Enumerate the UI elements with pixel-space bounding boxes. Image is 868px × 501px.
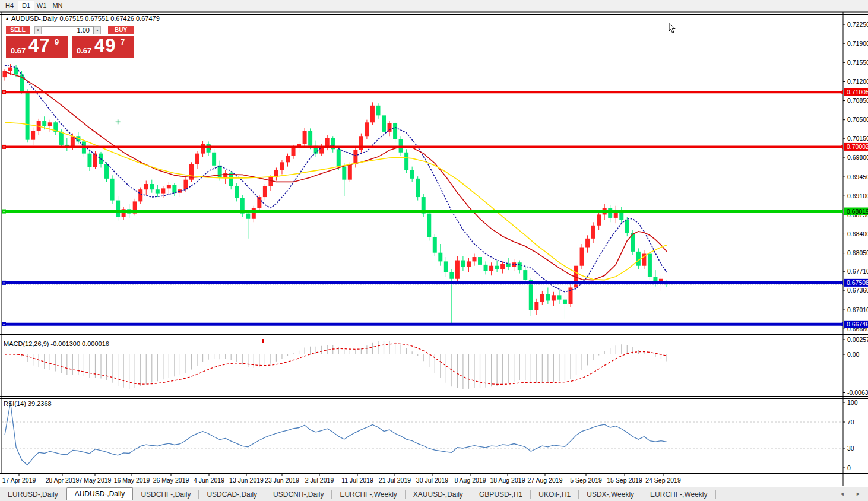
candle [189,162,194,182]
candle-body [104,164,109,179]
candle-body [433,237,437,253]
candle-body [246,214,250,219]
candle-body [167,185,171,189]
candle-body [26,91,30,140]
date-tick-label: 13 Jun 2019 [229,477,264,484]
candle-body [404,153,408,170]
chart-tab-audusd-daily[interactable]: AUDUSD-,Daily [66,487,134,500]
price-level-tag: 0.66746 [840,321,868,328]
candle-body [303,131,307,144]
chart-tab-usdchf-daily[interactable]: USDCHF-,Daily [133,490,199,499]
candle-body [161,188,165,193]
candle-body [263,186,267,197]
candle-body [608,208,612,218]
candle [240,195,245,217]
candle [416,176,420,200]
candle [569,284,573,307]
timeframe-button-mn[interactable]: MN [50,1,65,10]
price-tick-label: 0.68400 [847,230,868,237]
price-tick-label: 0.71200 [847,78,868,85]
date-tick-label: 16 May 2019 [114,477,150,484]
candle-body [156,189,160,193]
macd-tick-label: -0.006326 [847,389,868,396]
candle-body [523,270,527,280]
candle-body [438,253,442,262]
sell-price-sup: 9 [55,37,59,46]
chart-tab-eurusd-daily[interactable]: EURUSD-,Daily [0,490,66,499]
chart-tab-eurchf-weekly[interactable]: EURCHF-,Weekly [332,490,405,499]
candle [580,244,584,269]
sell-price-button[interactable]: 0.67 47 9 [6,36,68,58]
candle-body [540,294,544,302]
candle-body [218,166,222,177]
price-tick-label: 0.69450 [847,173,868,180]
timeframe-toolbar: H4D1W1MN [0,0,868,12]
level-line-handle-dot [4,282,5,283]
date-tick-label: 30 Jul 2019 [416,477,448,484]
volume-input[interactable] [42,26,94,34]
chart-tab-usdx-weekly[interactable]: USDX-,Weekly [579,490,642,499]
candle-body [444,261,448,272]
level-tag-label: 0.68819 [847,208,868,215]
date-tick-label: 27 Aug 2019 [528,477,563,484]
mouse-cursor-icon [669,23,676,34]
candle-body [48,122,52,126]
chart-symbol-label: AUDUSD-,Daily [11,15,58,22]
date-tick-label: 24 Sep 2019 [645,477,681,484]
candle-body [195,154,199,164]
candle [26,89,30,142]
price-tick-label: 0.71900 [847,40,868,47]
candle-body [280,162,284,170]
one-click-trading-panel: SELL ▼ ▲ BUY 0.67 47 9 0.67 49 7 [6,26,134,58]
candle-body [353,150,357,164]
buy-price-button[interactable]: 0.67 49 7 [72,36,134,58]
candle-body [116,201,120,217]
price-tick-label: 0.70150 [847,135,868,142]
timeframe-button-w1[interactable]: W1 [34,1,49,10]
level-line-handle-dot [4,324,5,325]
candle-body [461,261,465,267]
chart-tab-usdcnh-daily[interactable]: USDCNH-,Daily [265,490,332,499]
candle-body [484,265,488,271]
candle-body [201,144,205,154]
tabs-scroll-right-icon[interactable]: ► [856,491,866,497]
candle-body [337,149,341,166]
tabs-scroll-left-icon[interactable]: ◄ [840,491,850,497]
candle-body [563,300,567,304]
candle-body [636,252,641,266]
date-tick-label: 8 Aug 2019 [454,477,486,484]
candle [427,211,431,241]
volume-increase-icon[interactable]: ▲ [94,26,101,34]
rsi-tick-label: 0 [847,464,851,471]
candle-body [478,257,482,265]
price-tick-label: 0.67710 [847,268,868,275]
volume-decrease-icon[interactable]: ▼ [34,26,42,34]
candle-body [348,164,352,180]
price-tick-label: 0.67360 [847,287,868,294]
candle-body [292,148,296,156]
price-tick-label: 0.70850 [847,97,868,104]
chart-svg[interactable]: 0.722500.719000.715500.712000.708500.705… [0,11,868,487]
chart-tab-ukoil-h1[interactable]: UKOil-,H1 [531,490,579,499]
candle [110,175,115,204]
chart-tab-usdcad-daily[interactable]: USDCAD-,Daily [199,490,265,499]
candle-body [534,302,538,310]
buy-price-big: 49 [94,35,116,56]
candle-body [308,131,312,146]
candle-body [138,189,142,201]
chart-tab-eurchf-weekly[interactable]: EURCHF-,Weekly [642,490,715,499]
timeframe-button-h4[interactable]: H4 [2,1,17,10]
symbol-marker-icon: ▲ [5,16,9,21]
rsi-label: RSI(14) 39.2368 [4,400,52,407]
candle-body [235,186,239,198]
chart-tab-gbpusd-h1[interactable]: GBPUSD-,H1 [471,490,531,499]
sell-button[interactable]: SELL [6,26,30,34]
buy-button[interactable]: BUY [108,26,134,34]
price-tick-label: 0.70500 [847,116,868,123]
date-tick-label: 2 Jul 2019 [305,477,334,484]
mt4-window: H4D1W1MN ▲AUDUSD-,Daily0.67515 0.67551 0… [0,0,868,501]
chart-tab-xauusd-daily[interactable]: XAUUSD-,Daily [406,490,471,499]
timeframe-button-d1[interactable]: D1 [18,1,34,11]
candle-body [546,294,550,300]
candle-body [580,248,584,266]
